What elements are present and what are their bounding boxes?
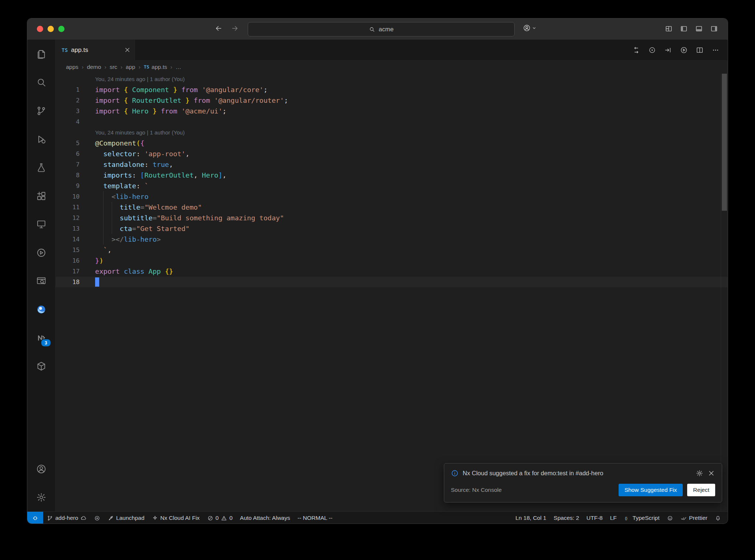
split-editor-icon[interactable] — [696, 46, 704, 54]
line-number: 3 — [56, 106, 80, 116]
breadcrumb-label: demo — [87, 64, 101, 70]
code-line — [95, 277, 728, 287]
error-icon — [207, 515, 213, 521]
status-indentation[interactable]: Spaces: 2 — [550, 512, 583, 524]
status-nx-cloud-ai-fix[interactable]: Nx Cloud AI Fix — [148, 512, 203, 524]
panel-left-icon[interactable] — [680, 25, 688, 33]
status-cursor-position[interactable]: Ln 18, Col 1 — [512, 512, 550, 524]
line-number: 15 — [56, 245, 80, 255]
code-row: 8 imports: [RouterOutlet, Hero], — [56, 170, 728, 181]
title-bar: acme — [27, 18, 728, 40]
status-prettier[interactable]: Prettier — [677, 512, 711, 524]
code-row: 7 standalone: true, — [56, 159, 728, 170]
status-auto-attach[interactable]: Auto Attach: Always — [236, 512, 294, 524]
remote-explorer-icon — [36, 219, 47, 230]
code-line: selector: 'app-root', — [95, 148, 728, 159]
breadcrumb-label: … — [175, 64, 181, 70]
notification-close-icon[interactable] — [707, 469, 715, 477]
activity-item-testing[interactable] — [27, 153, 55, 182]
minimize-window-button[interactable] — [48, 26, 54, 32]
activity-item-source-control[interactable] — [27, 97, 55, 125]
run-circle-icon — [36, 247, 47, 258]
maximize-window-button[interactable] — [58, 26, 65, 32]
run-file-icon[interactable] — [680, 46, 688, 54]
status-problems[interactable]: 00 — [203, 512, 236, 524]
testing-icon — [36, 162, 47, 173]
activity-item-explorer[interactable] — [27, 40, 55, 68]
braces-icon: {} — [624, 515, 630, 521]
open-changes-icon[interactable] — [632, 46, 640, 54]
breadcrumb-item-app-ts[interactable]: TSapp.ts — [144, 64, 167, 70]
notification-settings-icon[interactable] — [696, 469, 703, 477]
nx-badge: 3 — [41, 339, 51, 347]
reject-button[interactable]: Reject — [687, 484, 715, 496]
activity-item-live-preview[interactable] — [27, 267, 55, 295]
code-row: 3import { Hero } from '@acme/ui'; — [56, 106, 728, 116]
breadcrumb-separator: › — [170, 64, 172, 70]
activity-item-remote-explorer[interactable] — [27, 210, 55, 238]
indent-guide — [103, 191, 104, 202]
activity-item-edge-devtools[interactable] — [27, 295, 55, 323]
status-launchpad[interactable]: Launchpad — [104, 512, 148, 524]
breadcrumb-item-apps[interactable]: apps — [66, 64, 79, 70]
code-row: 15 `, — [56, 245, 728, 255]
status-encoding[interactable]: UTF-8 — [583, 512, 606, 524]
panel-right-icon[interactable] — [710, 25, 718, 33]
tab-app-ts[interactable]: TS app.ts — [56, 40, 136, 60]
status-remote-indicator[interactable] — [27, 512, 43, 524]
more-actions-icon[interactable] — [711, 46, 720, 54]
status-eol-selector[interactable]: LF — [606, 512, 620, 524]
breadcrumb-item-src[interactable]: src — [109, 64, 117, 70]
code-row: 4 — [56, 116, 728, 127]
status-vim-mode[interactable]: -- NORMAL -- — [294, 512, 336, 524]
line-number: 16 — [56, 255, 80, 266]
editor-scrollbar[interactable] — [721, 74, 728, 511]
line-number: 7 — [56, 159, 80, 170]
navigate-back-icon[interactable] — [215, 24, 223, 32]
run-below-icon[interactable] — [664, 46, 672, 54]
code-content: You, 24 minutes ago | 1 author (You)1imp… — [56, 74, 728, 287]
code-editor[interactable]: You, 24 minutes ago | 1 author (You)1imp… — [56, 74, 728, 511]
code-row: 9 template: ` — [56, 181, 728, 191]
check-double-icon — [681, 515, 687, 521]
info-icon — [451, 469, 459, 477]
status-git-branch[interactable]: add-hero — [43, 512, 90, 524]
accounts-icon — [36, 463, 47, 475]
close-window-button[interactable] — [37, 26, 43, 32]
source-control-graph-icon[interactable] — [648, 46, 656, 54]
breadcrumb: apps›demo›src›app›TSapp.ts›… — [56, 60, 728, 74]
activity-item-nx-console[interactable]: 3 — [27, 323, 55, 352]
typescript-file-icon: TS — [62, 47, 68, 53]
line-number: 13 — [56, 223, 80, 234]
show-suggested-fix-button[interactable]: Show Suggested Fix — [619, 484, 683, 496]
panel-bottom-icon[interactable] — [695, 25, 703, 33]
breadcrumb-item-demo[interactable]: demo — [87, 64, 101, 70]
code-row: 6 selector: 'app-root', — [56, 148, 728, 159]
status-notifications-bell[interactable] — [711, 512, 725, 524]
line-number: 6 — [56, 148, 80, 159]
status-language-mode[interactable]: {}TypeScript — [620, 512, 663, 524]
activity-item-run-circle[interactable] — [27, 238, 55, 267]
layout-grid-icon[interactable] — [665, 25, 673, 33]
account-icon — [523, 24, 531, 32]
status-feedback[interactable] — [663, 512, 677, 524]
activity-item-extensions[interactable] — [27, 182, 55, 210]
activity-item-search[interactable] — [27, 68, 55, 97]
accounts-menu[interactable] — [523, 24, 537, 32]
activity-item-accounts[interactable] — [27, 455, 55, 483]
breadcrumb-item--[interactable]: … — [175, 64, 181, 70]
close-tab-icon[interactable] — [124, 46, 131, 53]
activity-item-package-explorer[interactable] — [27, 352, 55, 380]
status-label: -- NORMAL -- — [298, 515, 333, 521]
activity-item-run-and-debug[interactable] — [27, 125, 55, 153]
search-input[interactable]: acme — [248, 22, 515, 36]
status-nx-target[interactable] — [90, 512, 104, 524]
navigate-forward-icon[interactable] — [231, 24, 239, 32]
status-label: Auto Attach: Always — [240, 515, 290, 521]
scrollbar-thumb[interactable] — [722, 74, 727, 211]
edge-devtools-icon — [36, 304, 47, 315]
tab-label: app.ts — [71, 46, 88, 54]
line-number — [56, 127, 80, 138]
activity-item-settings[interactable] — [27, 483, 55, 511]
breadcrumb-item-app[interactable]: app — [126, 64, 135, 70]
